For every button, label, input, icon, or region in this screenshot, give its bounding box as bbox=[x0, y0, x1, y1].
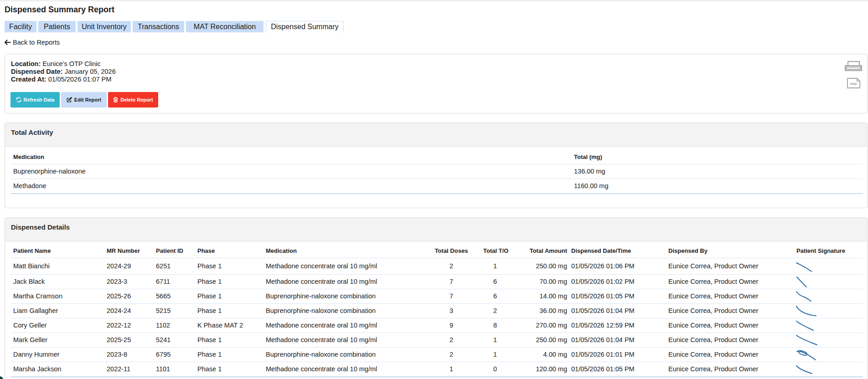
svg-text:PDF: PDF bbox=[850, 82, 857, 86]
